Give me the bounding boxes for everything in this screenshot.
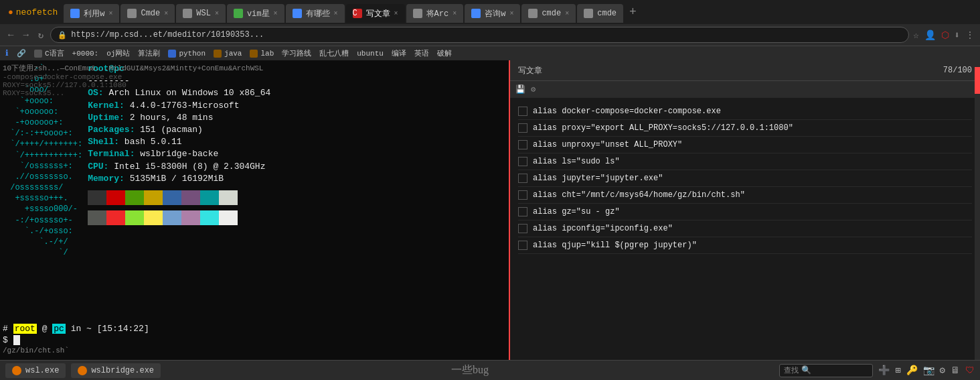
tab-vim[interactable]: vim星 × (227, 4, 284, 23)
tab-arc[interactable]: 将Arc × (406, 4, 464, 23)
editor-line-2: alias unproxy="unset ALL_PROXY" (518, 137, 972, 153)
tab-favicon-write: C (353, 9, 362, 18)
tab-favicon (127, 9, 137, 18)
close-icon[interactable]: × (215, 10, 219, 17)
bookmark-crack[interactable]: 破解 (437, 48, 452, 58)
key-icon[interactable]: 🔑 (906, 365, 918, 376)
editor-line-5: alias cht="/mnt/c/msys64/home/gz/bin/cht… (518, 187, 972, 204)
user-icon[interactable]: 👤 (924, 29, 936, 41)
taskbar-wsl[interactable]: wsl.exe (5, 363, 66, 378)
screenshot-icon[interactable]: 📷 (923, 365, 934, 376)
search-box[interactable]: 查找 🔍 (779, 364, 873, 377)
checkbox-5[interactable] (518, 190, 527, 200)
tab-favicon (471, 9, 481, 18)
address-bar[interactable]: 🔒 https://mp.csd...et/mdeditor/10190353.… (50, 27, 909, 43)
add-tab-button[interactable]: + (624, 5, 642, 19)
checkbox-8[interactable] (518, 241, 527, 250)
cursor-line: $ (3, 335, 506, 345)
taskbar-wslbridge[interactable]: wslbridge.exe (71, 363, 161, 378)
code-line-4: alias jupyter="jupyter.exe" (533, 172, 663, 184)
bookmark-study[interactable]: 学习路线 (282, 48, 311, 58)
swatch-14 (200, 210, 219, 225)
info-terminal: Terminal: wslbridge-backe (88, 148, 270, 160)
monitor-icon[interactable]: 🖥 (951, 365, 960, 376)
checkbox-4[interactable] (518, 174, 527, 183)
checkbox-0[interactable] (518, 107, 527, 116)
editor-score: 78/100 (943, 66, 972, 75)
terminal-overlay-top: 10下使用zsh...—ConEmu&...MildGUI&Msys2&Mint… (3, 63, 263, 97)
color-swatches-bright (88, 210, 270, 225)
tab-利用w[interactable]: 利用w × (64, 4, 119, 23)
tab-youna[interactable]: 有哪些 × (286, 4, 345, 23)
extension-icon[interactable]: ⬡ (941, 29, 949, 41)
prompt-dir: in ~ (71, 324, 97, 334)
settings-icon[interactable]: ⚙ (940, 365, 945, 376)
bookmark-algo[interactable]: 算法刷 (138, 48, 160, 58)
checkbox-1[interactable] (518, 123, 527, 133)
scroll-thumb[interactable] (975, 67, 980, 94)
close-icon[interactable]: × (164, 10, 168, 17)
tab-cmde2[interactable]: cmde × (521, 4, 576, 23)
bookmark-ubuntu[interactable]: ubuntu (357, 50, 384, 58)
editor-line-4: alias jupyter="jupyter.exe" (518, 170, 972, 187)
close-icon[interactable]: × (509, 10, 513, 17)
code-line-6: alias gz="su - gz" (533, 206, 620, 218)
info-cpu: CPU: Intel i5-8300H (8) @ 2.304GHz (88, 161, 270, 173)
checkbox-7[interactable] (518, 224, 527, 233)
tab-wsl[interactable]: WSL × (176, 4, 226, 23)
info-icon: ℹ (5, 48, 9, 58)
cht-path: /gz/bin/cht.sh` (3, 346, 506, 355)
code-line-1: alias proxy="export ALL_PROXY=socks5://1… (533, 122, 793, 134)
editor-body: alias docker-compose=docker-compose.exe … (510, 98, 980, 360)
bookmark-english[interactable]: 英语 (414, 48, 429, 58)
bookmark-lab[interactable]: lab (250, 50, 274, 58)
refresh-button[interactable]: ↻ (35, 28, 46, 42)
bookmark-info[interactable]: ℹ (5, 48, 9, 58)
close-icon[interactable]: × (334, 10, 338, 17)
download-icon[interactable]: ⬇ (955, 29, 960, 41)
security-icon[interactable]: 🛡 (965, 365, 975, 376)
tab-cmde[interactable]: Cmde × (120, 4, 175, 23)
tab-write-article[interactable]: C 写文章 × (346, 4, 405, 23)
close-icon[interactable]: × (565, 10, 569, 17)
neofetch-tab-label: neofetch (16, 7, 58, 17)
save-icon[interactable]: 💾 (515, 84, 525, 94)
bookmark-chain[interactable]: 🔗 (17, 49, 26, 58)
bookmark-dot (214, 50, 222, 58)
toolbar-icons: ☆ 👤 ⬡ ⬇ ⋮ (913, 29, 975, 41)
close-icon[interactable]: × (453, 10, 457, 17)
tool-icon[interactable]: ⚙ (531, 84, 536, 94)
color-swatches (88, 190, 270, 205)
checkbox-3[interactable] (518, 157, 527, 166)
bookmark-java[interactable]: java (214, 50, 242, 58)
close-icon[interactable]: × (394, 10, 398, 17)
taskbar-logo-area: 一些bug (166, 363, 774, 377)
bookmark-misc[interactable]: 乱七八糟 (319, 48, 349, 58)
scrollbar[interactable] (975, 60, 980, 360)
editor-header: 写文章 78/100 (510, 60, 980, 80)
forward-button[interactable]: → (20, 28, 31, 42)
bookmark-clang[interactable]: C语言 (34, 48, 64, 58)
grid-icon[interactable]: ⊞ (895, 365, 900, 376)
add-icon[interactable]: ➕ (878, 365, 890, 376)
bookmark-oj[interactable]: oj网站 (106, 48, 130, 58)
swatch-13 (181, 210, 200, 225)
tab-consult[interactable]: 咨询w × (465, 4, 520, 23)
swatch-5 (181, 190, 200, 205)
code-line-3: alias ls="sudo ls" (533, 155, 620, 168)
bookmark-python[interactable]: python (168, 50, 206, 58)
info-memory: Memory: 5135MiB / 16192MiB (88, 173, 270, 185)
neofetch-app-label: ● neofetch (3, 7, 63, 17)
checkbox-6[interactable] (518, 207, 527, 216)
bookmark-0000[interactable]: +0000: (72, 50, 99, 58)
tab-label: cmde (597, 9, 617, 18)
close-icon[interactable]: × (274, 10, 278, 17)
close-icon[interactable]: × (108, 10, 112, 17)
tab-cmde3[interactable]: cmde (577, 4, 623, 23)
checkbox-2[interactable] (518, 140, 527, 149)
bookmark-compile[interactable]: 编译 (392, 48, 406, 58)
swatch-7 (219, 190, 238, 205)
back-button[interactable]: ← (5, 28, 16, 42)
bookmark-icon[interactable]: ☆ (913, 29, 918, 41)
menu-icon[interactable]: ⋮ (965, 29, 975, 41)
